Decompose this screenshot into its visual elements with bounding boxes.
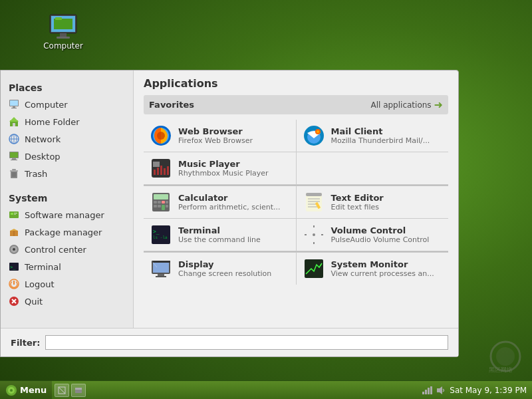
sidebar-item-package[interactable]: Package manager	[1, 223, 133, 241]
svg-rect-72	[306, 193, 322, 196]
app-desc-display: Change screen resolution	[178, 269, 271, 278]
sysmon-icon	[303, 258, 325, 279]
svg-rect-95	[305, 259, 323, 278]
app-music-player[interactable]: Music Player Rhythmbox Music Player	[144, 152, 296, 184]
app-web-browser[interactable]: Web Browser Firefox Web Browser	[144, 120, 296, 152]
svg-rect-2	[60, 33, 66, 37]
taskbar-btn-2[interactable]	[71, 384, 86, 397]
display-icon	[150, 258, 172, 279]
logout-icon	[9, 279, 19, 289]
computer-desktop-icon[interactable]: Computer	[37, 13, 90, 51]
app-name-music: Music Player	[178, 159, 269, 169]
svg-rect-68	[162, 205, 165, 210]
sidebar-item-logout[interactable]: Logout	[1, 275, 133, 293]
sidebar-item-trash[interactable]: Trash	[1, 165, 133, 182]
app-volume[interactable]: Volume Control PulseAudio Volume Control	[297, 219, 449, 251]
svg-rect-65	[162, 201, 165, 203]
app-desc-sysmon: View current processes an...	[331, 269, 434, 278]
sidebar-item-software[interactable]: Software manager	[1, 206, 133, 223]
home-icon	[9, 116, 19, 127]
app-sysmon[interactable]: System Monitor View current processes an…	[297, 253, 449, 285]
svg-rect-105	[75, 388, 82, 390]
clock: Sat May 9, 1:39 PM	[450, 386, 527, 395]
app-display[interactable]: Display Change screen resolution	[144, 253, 296, 285]
sidebar-label-computer: Computer	[25, 100, 68, 110]
favorites-label: Favorites	[149, 100, 194, 110]
app-calculator[interactable]: Calculator Perform arithmetic, scient...	[144, 186, 296, 218]
monitor-svg	[47, 13, 79, 41]
texteditor-icon	[303, 192, 325, 213]
app-name-terminal: Terminal	[178, 225, 261, 235]
terminal-icon: >_	[9, 261, 19, 272]
terminal2-icon: >_ ls -la	[150, 224, 172, 245]
app-name-sysmon: System Monitor	[331, 259, 434, 269]
sidebar-label-quit: Quit	[25, 297, 43, 307]
sidebar-item-terminal[interactable]: >_ Terminal	[1, 258, 133, 275]
filter-label: Filter:	[11, 338, 40, 348]
sidebar-item-quit[interactable]: Quit	[1, 293, 133, 310]
svg-text:>_: >_	[10, 265, 16, 270]
app-mail-client[interactable]: Mail Client Mozilla Thunderbird Mail/...	[297, 120, 449, 152]
svg-rect-106	[422, 392, 424, 394]
app-name-mail: Mail Client	[331, 126, 430, 136]
arrow-right-icon: ➜	[434, 98, 443, 111]
taskbar-btn-1[interactable]	[55, 384, 69, 397]
svg-point-49	[157, 132, 165, 140]
favorites-header: Favorites All applications ➜	[144, 95, 448, 114]
svg-text:>_: >_	[153, 229, 160, 235]
control-icon	[9, 244, 19, 255]
all-apps-label: All applications	[370, 100, 431, 110]
firefox-icon	[150, 125, 172, 146]
svg-point-84	[313, 233, 315, 236]
filter-input[interactable]	[45, 335, 448, 350]
sidebar-label-package: Package manager	[25, 227, 102, 237]
network-icon	[9, 134, 19, 144]
menu-button[interactable]: Menu	[0, 381, 52, 399]
svg-rect-31	[11, 213, 13, 215]
svg-rect-109	[430, 386, 432, 394]
svg-rect-107	[425, 390, 427, 394]
sidebar-item-home[interactable]: Home Folder	[1, 113, 133, 130]
sidebar-item-network[interactable]: Network	[1, 130, 133, 148]
app-name-volume: Volume Control	[331, 225, 430, 235]
app-name-texteditor: Text Editor	[331, 193, 384, 203]
svg-marker-35	[10, 229, 18, 231]
sidebar: Places Computer	[1, 70, 134, 356]
sidebar-item-desktop[interactable]: Desktop	[1, 148, 133, 165]
svg-rect-32	[14, 213, 17, 213]
network-status-icon	[422, 385, 432, 396]
taskbar-center	[52, 384, 237, 397]
svg-point-39	[13, 248, 15, 251]
sidebar-label-terminal: Terminal	[25, 262, 61, 272]
app-text-editor[interactable]: Text Editor Edit text files	[297, 186, 449, 218]
svg-rect-70	[166, 205, 168, 207]
app-desc-calc: Perform arithmetic, scient...	[178, 203, 281, 211]
sidebar-label-software: Software manager	[25, 210, 104, 220]
svg-text:黑区网络: 黑区网络	[489, 366, 513, 373]
rhythmbox-icon	[150, 158, 172, 179]
taskbar: Menu	[0, 380, 532, 399]
svg-rect-25	[10, 170, 18, 172]
svg-rect-93	[158, 274, 164, 276]
svg-rect-64	[158, 201, 161, 203]
app-name-display: Display	[178, 259, 271, 269]
app-terminal[interactable]: >_ ls -la Terminal Use the command line	[144, 219, 296, 251]
svg-rect-21	[10, 152, 18, 158]
sidebar-label-desktop: Desktop	[25, 152, 61, 162]
svg-rect-55	[153, 162, 160, 167]
filter-bar: Filter:	[1, 328, 458, 356]
app-desc-terminal: Use the command line	[178, 235, 261, 244]
sidebar-item-computer[interactable]: Computer	[1, 96, 133, 113]
svg-rect-108	[428, 388, 430, 394]
sidebar-label-network: Network	[25, 134, 61, 144]
svg-rect-5	[55, 17, 62, 20]
svg-point-53	[317, 130, 319, 133]
svg-line-103	[59, 387, 65, 394]
calculator-icon	[150, 192, 172, 213]
svg-rect-90	[153, 262, 169, 273]
svg-rect-22	[12, 158, 16, 160]
app-desc-texteditor: Edit text files	[331, 203, 384, 211]
main-content: Applications Favorites All applications …	[134, 70, 458, 356]
sidebar-item-control[interactable]: Control center	[1, 241, 133, 258]
all-apps-link[interactable]: All applications ➜	[370, 98, 443, 111]
